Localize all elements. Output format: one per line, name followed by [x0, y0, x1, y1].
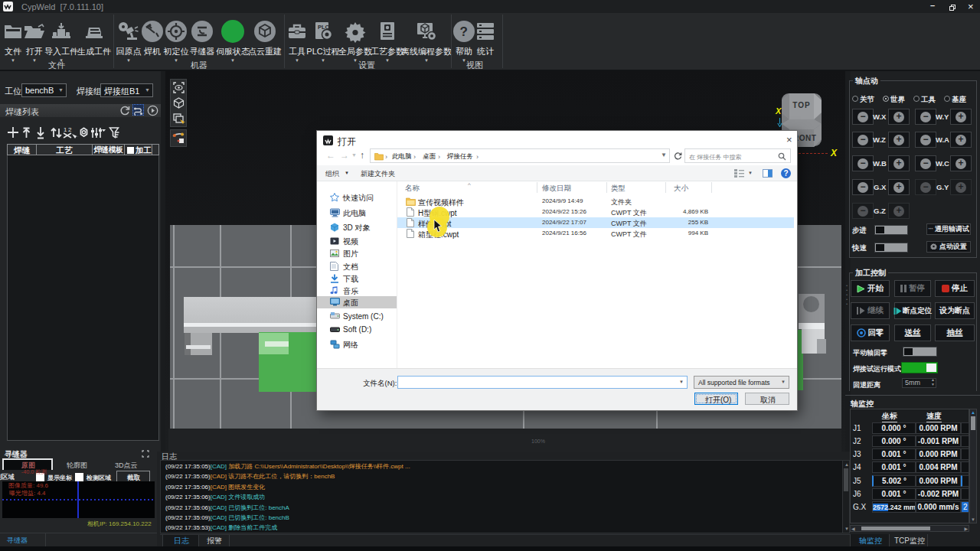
svg-text:?: ?: [460, 24, 468, 39]
svg-text:1: 1: [64, 126, 67, 133]
svg-text:2: 2: [68, 126, 72, 133]
svg-text:TOP: TOP: [792, 101, 810, 109]
